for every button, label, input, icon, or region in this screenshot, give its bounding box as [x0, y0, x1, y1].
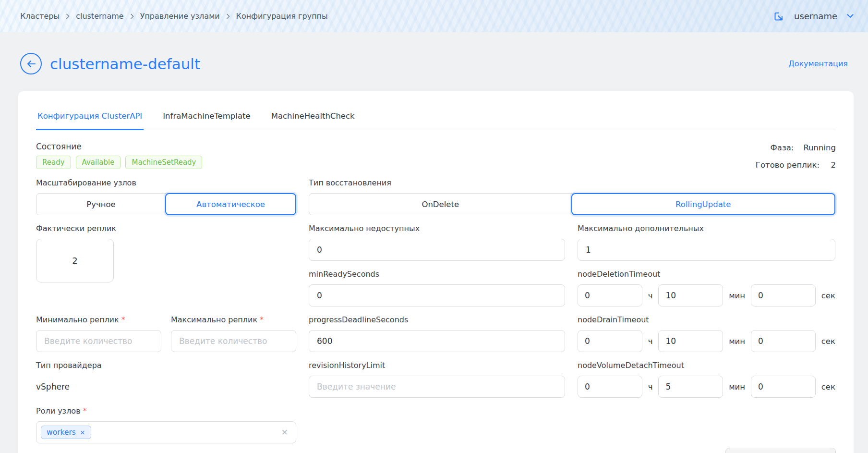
- node-scaling-toggle: Ручное Автоматическое: [36, 193, 296, 215]
- node-roles-multiselect[interactable]: workers × ✕: [36, 421, 296, 443]
- scaling-option-automatic[interactable]: Автоматическое: [165, 193, 296, 215]
- ready-replicas-value: 2: [829, 160, 836, 170]
- chevron-right-icon: [226, 13, 230, 19]
- tab-machinehealthcheck[interactable]: MachineHealthCheck: [270, 111, 356, 130]
- partial-bottom-button[interactable]: [725, 448, 836, 453]
- username[interactable]: username: [794, 11, 837, 21]
- required-asterisk: *: [83, 406, 87, 416]
- node-drain-timeout-label: nodeDrainTimeout: [578, 315, 835, 324]
- field-node-deletion-timeout: nodeDeletionTimeout ч мин сек: [578, 269, 835, 306]
- max-unavailable-input[interactable]: [309, 239, 565, 261]
- tab-clusterapi-config[interactable]: Конфигурация ClusterAPI: [36, 111, 144, 130]
- node-roles-label: Роли узлов *: [36, 406, 296, 416]
- provider-type-value: vSphere: [36, 376, 296, 398]
- recovery-option-rollingupdate[interactable]: RollingUpdate: [571, 193, 836, 215]
- empty-cell: [309, 406, 565, 443]
- field-min-replicas: Минимально реплик *: [36, 315, 161, 352]
- recovery-type-label: Тип восстановления: [309, 178, 835, 187]
- node-volume-detach-timeout-hours-input[interactable]: [578, 376, 642, 398]
- status-right: Фаза: Running Готово реплик: 2: [756, 142, 836, 170]
- ready-replicas-row: Готово реплик: 2: [756, 160, 836, 170]
- phase-row: Фаза: Running: [771, 143, 836, 152]
- minutes-unit-label: мин: [729, 337, 745, 346]
- node-deletion-timeout-hours-input[interactable]: [578, 284, 642, 306]
- tab-inframachinetemplate[interactable]: InfraMachineTemplate: [161, 111, 252, 130]
- chevron-right-icon: [66, 13, 70, 19]
- node-drain-timeout-minutes-input[interactable]: [658, 330, 723, 352]
- field-min-ready-seconds: minReadySeconds: [309, 269, 565, 306]
- scaling-option-manual[interactable]: Ручное: [36, 194, 166, 215]
- node-drain-timeout-hours-input[interactable]: [578, 330, 642, 352]
- provider-type-label: Тип провайдера: [36, 361, 296, 370]
- minutes-unit-label: мин: [729, 291, 745, 300]
- topbar-right: username: [772, 10, 854, 23]
- breadcrumb-item-node-management[interactable]: Управление узлами: [140, 12, 220, 21]
- phase-label: Фаза:: [771, 143, 794, 152]
- field-recovery-type: Тип восстановления OnDelete RollingUpdat…: [309, 178, 835, 215]
- node-volume-detach-timeout-label: nodeVolumeDetachTimeout: [578, 361, 835, 370]
- back-button[interactable]: [20, 53, 42, 74]
- page-header: clustername-default Документация: [20, 53, 848, 74]
- progress-deadline-label: progressDeadlineSeconds: [309, 315, 565, 324]
- remove-tag-icon[interactable]: ×: [80, 429, 85, 436]
- chevron-down-icon[interactable]: [847, 14, 854, 18]
- config-card: Конфигурация ClusterAPI InfraMachineTemp…: [18, 91, 854, 453]
- max-surge-label: Максимально дополнительных: [578, 224, 835, 233]
- hours-unit-label: ч: [648, 382, 653, 392]
- min-replicas-input[interactable]: [36, 330, 161, 352]
- field-progress-deadline: progressDeadlineSeconds: [309, 315, 565, 352]
- seconds-unit-label: сек: [821, 337, 835, 346]
- node-role-tag: workers ×: [41, 426, 91, 439]
- exit-icon[interactable]: [772, 10, 785, 23]
- actual-replicas-label: Фактически реплик: [36, 224, 296, 233]
- hours-unit-label: ч: [648, 291, 653, 300]
- recovery-option-ondelete[interactable]: OnDelete: [309, 194, 572, 215]
- required-asterisk: *: [121, 315, 125, 324]
- revision-history-limit-label: revisionHistoryLimit: [309, 361, 565, 370]
- max-unavailable-label: Максимально недоступных: [309, 224, 565, 233]
- field-replica-limits: Минимально реплик * Максимально реплик *: [36, 315, 296, 352]
- breadcrumb-item-clusters[interactable]: Кластеры: [20, 12, 60, 21]
- revision-history-limit-input[interactable]: [309, 376, 565, 398]
- node-scaling-label: Масштабирование узлов: [36, 178, 296, 187]
- node-deletion-timeout-minutes-input[interactable]: [658, 284, 723, 306]
- documentation-link[interactable]: Документация: [788, 59, 848, 68]
- node-volume-detach-timeout-seconds-input[interactable]: [751, 376, 816, 398]
- field-max-surge: Максимально дополнительных: [578, 224, 835, 261]
- field-max-replicas: Максимально реплик *: [171, 315, 296, 352]
- recovery-type-toggle: OnDelete RollingUpdate: [309, 193, 835, 215]
- field-node-volume-detach-timeout: nodeVolumeDetachTimeout ч мин сек: [578, 361, 835, 398]
- status-badge: MachineSetReady: [125, 156, 202, 169]
- min-ready-seconds-input[interactable]: [309, 284, 565, 306]
- node-role-tag-text: workers: [47, 428, 76, 437]
- node-volume-detach-timeout-minutes-input[interactable]: [658, 376, 723, 398]
- node-deletion-timeout-seconds-input[interactable]: [751, 284, 816, 306]
- max-replicas-input[interactable]: [171, 330, 296, 352]
- max-surge-input[interactable]: [578, 239, 835, 261]
- field-revision-history-limit: revisionHistoryLimit: [309, 361, 565, 398]
- seconds-unit-label: сек: [821, 382, 835, 392]
- status-section: Состояние Ready Available MachineSetRead…: [36, 142, 836, 170]
- chevron-right-icon: [130, 13, 134, 19]
- node-drain-timeout-group: ч мин сек: [578, 330, 835, 352]
- node-deletion-timeout-group: ч мин сек: [578, 284, 835, 306]
- breadcrumb-item-group-config: Конфигурация группы: [236, 12, 328, 21]
- node-drain-timeout-seconds-input[interactable]: [751, 330, 816, 352]
- phase-value: Running: [803, 143, 836, 152]
- status-badges: Ready Available MachineSetReady: [36, 156, 202, 169]
- progress-deadline-input[interactable]: [309, 330, 565, 352]
- field-provider-type: Тип провайдера vSphere: [36, 361, 296, 398]
- node-roles-label-text: Роли узлов: [36, 406, 81, 416]
- clear-field-icon[interactable]: ✕: [281, 428, 288, 437]
- breadcrumb-item-clustername[interactable]: clustername: [76, 12, 124, 21]
- status-badge: Ready: [36, 156, 71, 169]
- page-title: clustername-default: [50, 55, 200, 73]
- actual-replicas-value: 2: [36, 239, 114, 282]
- hours-unit-label: ч: [648, 337, 653, 346]
- seconds-unit-label: сек: [821, 291, 835, 300]
- top-navigation-bar: Кластеры clustername Управление узлами К…: [0, 0, 868, 32]
- status-badge: Available: [76, 156, 121, 169]
- empty-cell: [578, 406, 835, 443]
- tab-bar: Конфигурация ClusterAPI InfraMachineTemp…: [36, 91, 836, 130]
- field-max-unavailable: Максимально недоступных: [309, 224, 565, 261]
